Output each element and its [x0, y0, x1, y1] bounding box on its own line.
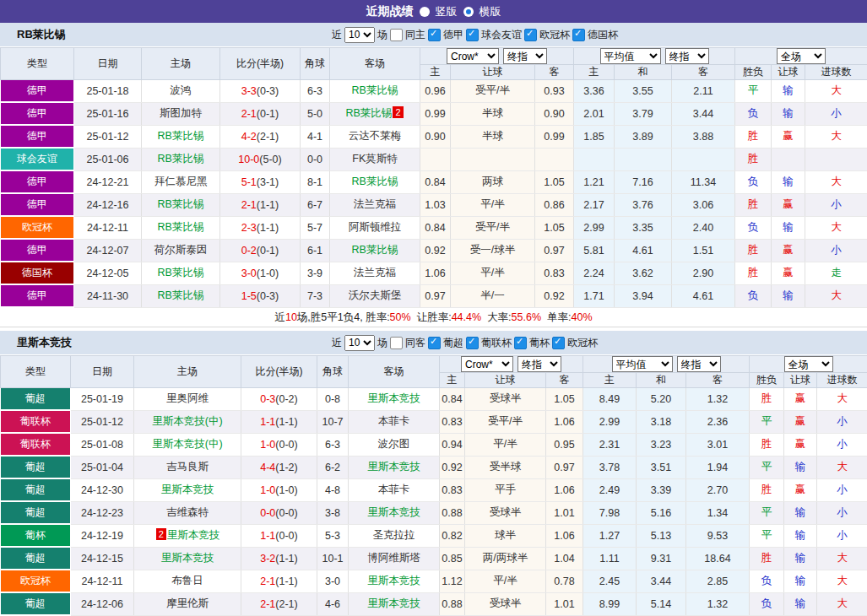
team-name[interactable]: 里斯本竞技(中): [152, 415, 222, 427]
team-name[interactable]: 法兰克福: [354, 198, 396, 210]
team-name[interactable]: FK莫斯特: [352, 153, 397, 165]
team-name[interactable]: RB莱比锡: [158, 221, 204, 233]
home-team-cell: RB莱比锡: [142, 284, 220, 307]
team-name[interactable]: 本菲卡: [378, 484, 410, 495]
average-select[interactable]: 平均值: [600, 48, 661, 64]
team-name[interactable]: RB莱比锡: [158, 267, 204, 278]
league-filter-checkbox-2[interactable]: [466, 337, 479, 349]
team-name[interactable]: RB莱比锡: [352, 244, 398, 256]
full-time-score[interactable]: 2-1: [260, 598, 275, 610]
team-name[interactable]: 波鸿: [171, 84, 192, 96]
team-name[interactable]: RB莱比锡: [158, 130, 204, 142]
full-time-score[interactable]: 5-1: [241, 176, 257, 188]
team-name[interactable]: 吉马良斯: [166, 461, 209, 473]
full-time-score[interactable]: 0-0: [260, 507, 275, 519]
result-win-draw-lose: 胜: [735, 125, 772, 148]
team-name[interactable]: 云达不莱梅: [349, 130, 402, 142]
league-filter-checkbox-3[interactable]: [524, 29, 537, 41]
team-name[interactable]: 里斯本竞技: [367, 506, 420, 518]
team-name[interactable]: RB莱比锡: [158, 289, 204, 301]
layout-horizontal-radio[interactable]: [463, 7, 474, 17]
league-filter-checkbox-1[interactable]: [428, 29, 441, 41]
full-time-score[interactable]: 2-3: [241, 222, 257, 234]
team-name[interactable]: 里斯本竞技: [367, 597, 420, 609]
league-filter-label-1[interactable]: 葡超: [443, 336, 463, 350]
team-name[interactable]: 斯图加特: [160, 107, 202, 119]
team-name[interactable]: 摩里伦斯: [166, 597, 209, 609]
full-time-score[interactable]: 1-0: [260, 439, 275, 451]
team-name[interactable]: 里斯本竞技: [367, 575, 420, 586]
league-filter-label-3[interactable]: 葡杯: [529, 336, 550, 350]
result-win-draw-lose: 负: [735, 170, 772, 193]
team-name[interactable]: 拜仁慕尼黑: [154, 176, 208, 187]
team-name[interactable]: 里斯本竞技(中): [152, 438, 222, 450]
league-filter-label-1[interactable]: 德甲: [443, 28, 463, 42]
full-time-score[interactable]: 4-2: [241, 131, 257, 143]
league-filter-checkbox-2[interactable]: [466, 29, 479, 41]
team-name[interactable]: RB莱比锡: [352, 176, 398, 187]
full-time-score[interactable]: 0-2: [241, 245, 257, 257]
team-name[interactable]: RB莱比锡: [158, 198, 204, 210]
full-time-score[interactable]: 3-0: [241, 267, 257, 279]
bookmaker-select[interactable]: Crow*: [447, 48, 499, 64]
team-name[interactable]: RB莱比锡: [352, 84, 398, 96]
team-name[interactable]: 吉维森特: [166, 506, 209, 518]
scope-select[interactable]: 全场: [777, 48, 826, 64]
team-name[interactable]: 波尔图: [378, 438, 410, 450]
team-name[interactable]: 里斯本竞技: [161, 484, 214, 495]
bookmaker-select[interactable]: Crow*: [461, 356, 513, 372]
final-odds-select-1[interactable]: 终指: [503, 48, 547, 64]
league-filter-checkbox-3[interactable]: [514, 337, 527, 349]
layout-vertical-label[interactable]: 竖版: [436, 4, 458, 19]
full-time-score[interactable]: 2-1: [260, 575, 275, 587]
full-time-score[interactable]: 0-3: [260, 393, 275, 405]
team-name[interactable]: RB莱比锡: [158, 153, 204, 165]
full-time-score[interactable]: 1-0: [260, 484, 275, 496]
team-name[interactable]: RB莱比锡: [346, 107, 393, 119]
full-time-score[interactable]: 4-4: [260, 462, 275, 473]
full-time-score[interactable]: 3-3: [241, 85, 257, 97]
full-time-score[interactable]: 2-1: [241, 199, 257, 211]
full-time-score[interactable]: 1-1: [260, 530, 275, 542]
final-odds-select-2[interactable]: 终指: [665, 48, 709, 64]
league-filter-checkbox-4[interactable]: [572, 29, 585, 41]
full-time-score[interactable]: 2-1: [241, 108, 257, 120]
full-time-score[interactable]: 3-2: [260, 553, 275, 565]
team-name[interactable]: 博阿维斯塔: [367, 552, 420, 564]
league-filter-label-2[interactable]: 球会友谊: [481, 28, 522, 42]
same-away-label[interactable]: 同客: [405, 336, 425, 350]
full-time-score[interactable]: 10-0: [238, 154, 259, 165]
full-time-score[interactable]: 1-1: [260, 416, 275, 428]
final-odds-select-2[interactable]: 终指: [677, 356, 721, 372]
team-name[interactable]: 里斯本竞技: [161, 552, 214, 564]
same-home-label[interactable]: 同主: [405, 28, 425, 42]
same-home-checkbox[interactable]: [390, 29, 403, 41]
league-filter-checkbox-1[interactable]: [428, 337, 441, 349]
layout-vertical-radio[interactable]: [420, 7, 430, 17]
league-filter-label-2[interactable]: 葡联杯: [481, 336, 512, 350]
team-name[interactable]: 里奥阿维: [166, 392, 209, 404]
final-odds-select-1[interactable]: 终指: [517, 356, 561, 372]
same-away-checkbox[interactable]: [390, 337, 403, 349]
league-filter-label-4[interactable]: 欧冠杯: [567, 336, 598, 350]
team-name[interactable]: 阿斯顿维拉: [349, 221, 402, 233]
league-filter-label-3[interactable]: 欧冠杯: [539, 28, 570, 42]
summary-segment: 10: [285, 311, 297, 323]
recent-count-select[interactable]: 10: [344, 27, 375, 43]
team-name[interactable]: 荷尔斯泰因: [154, 244, 208, 256]
team-name[interactable]: 本菲卡: [378, 415, 410, 427]
layout-horizontal-label[interactable]: 横版: [480, 4, 501, 19]
full-time-score[interactable]: 1-5: [241, 290, 257, 302]
team-name[interactable]: 布鲁日: [171, 575, 203, 586]
team-name[interactable]: 圣克拉拉: [373, 529, 415, 541]
league-filter-checkbox-4[interactable]: [552, 337, 565, 349]
recent-count-select[interactable]: 10: [344, 335, 375, 351]
team-name[interactable]: 法兰克福: [354, 267, 396, 278]
team-name[interactable]: 里斯本竞技: [167, 529, 220, 541]
team-name[interactable]: 沃尔夫斯堡: [349, 289, 402, 301]
average-select[interactable]: 平均值: [612, 356, 673, 372]
team-name[interactable]: 里斯本竞技: [367, 461, 420, 473]
team-name[interactable]: 里斯本竞技: [367, 392, 420, 404]
scope-select[interactable]: 全场: [784, 356, 833, 372]
league-filter-label-4[interactable]: 德国杯: [588, 28, 618, 42]
